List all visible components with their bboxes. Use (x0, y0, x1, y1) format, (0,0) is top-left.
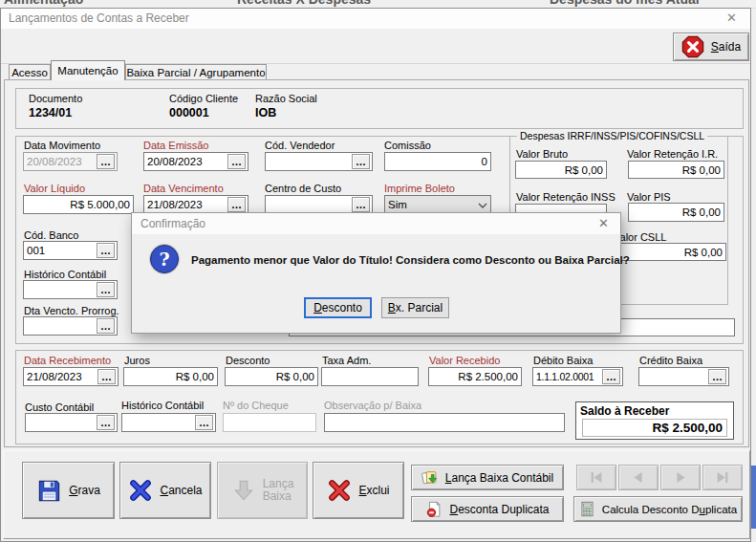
imprime-boleto-label: Imprime Boleto (384, 183, 455, 194)
titlebar: Lançamentos de Contas a Receber ✕ (1, 9, 750, 29)
dialog-message: Pagamento menor que Valor do Título! Con… (191, 254, 630, 266)
debito-baixa-lookup-button[interactable]: … (602, 369, 620, 384)
nav-first-button[interactable] (576, 465, 616, 490)
custo-contabil-lookup-button[interactable]: … (97, 415, 115, 430)
desconto-label: Desconto (226, 355, 270, 366)
observacao-baixa-field[interactable] (324, 413, 565, 432)
nav-next-button[interactable] (660, 465, 701, 490)
documento-label: Documento (29, 93, 82, 104)
credito-baixa-field[interactable]: … (638, 367, 729, 386)
debito-baixa-label: Débito Baixa (533, 355, 593, 366)
bx-parcial-button[interactable]: Bx. Parcial (381, 297, 449, 318)
valor-retencao-inss-label: Valor Retenção INSS (516, 191, 616, 203)
debito-baixa-field[interactable]: 1.1.1.02.0001 … (532, 367, 623, 386)
centro-custo-lookup-button[interactable]: … (352, 197, 370, 212)
window-title: Lançamentos de Contas a Receber (9, 11, 189, 25)
first-record-icon (588, 471, 605, 484)
saldo-a-receber-value: R$ 2.500,00 (582, 419, 727, 437)
saida-button[interactable]: Saída (673, 33, 749, 61)
data-movimento-label: Data Movimento (24, 140, 100, 151)
dialog-title: Confirmação (140, 217, 205, 230)
dialog-close-icon[interactable]: ✕ (598, 216, 609, 230)
taxa-adm-label: Taxa Adm. (322, 355, 371, 366)
valor-recebido-label: Valor Recebido (429, 355, 500, 366)
valor-retencao-ir-field[interactable]: R$ 0,00 (628, 161, 724, 179)
custo-contabil-field[interactable]: … (25, 413, 118, 432)
doc-info-group (15, 88, 744, 129)
cod-vendedor-field[interactable]: … (265, 152, 373, 171)
tab-baixa-parcial-agrupamento[interactable]: Baixa Parcial / Agrupamento (125, 64, 267, 80)
valor-retencao-ir-label: Valor Retenção I.R. (627, 148, 718, 160)
taxa-adm-field[interactable] (321, 367, 419, 386)
background-text-center: Receitas X Despesas (237, 0, 371, 7)
despesas-group-title: Despesas IRRF/INSS/PIS/COFINS/CSLL (517, 130, 707, 141)
dialog-titlebar: Confirmação ✕ (132, 213, 620, 234)
previous-record-icon (630, 471, 647, 484)
cod-banco-field[interactable]: 001 … (23, 241, 118, 260)
data-vencimento-field[interactable]: 21/08/2023 … (143, 195, 248, 214)
custo-contabil-label: Custo Contábil (25, 401, 94, 413)
num-cheque-field[interactable] (223, 413, 316, 432)
historico-contabil-baixa-field[interactable]: … (121, 413, 216, 432)
comissao-field[interactable]: 0 (384, 152, 491, 171)
valor-liquido-label: Valor Líquido (24, 183, 85, 194)
exclui-button[interactable]: Exclui (313, 462, 404, 519)
tab-acesso[interactable]: Acesso (9, 64, 51, 80)
credito-baixa-lookup-button[interactable]: … (708, 369, 726, 384)
data-recebimento-picker-button[interactable]: … (97, 369, 116, 384)
data-vencimento-picker-button[interactable]: … (227, 197, 246, 212)
dta-vencto-prorrog-field[interactable]: … (23, 316, 118, 336)
data-emissao-label: Data Emissão (143, 140, 208, 151)
lanca-baixa-contabil-button[interactable]: Lança Baixa Contábil (411, 465, 564, 490)
historico-contabil-lookup-button[interactable]: … (97, 282, 115, 297)
saldo-a-receber-panel: Saldo à Receber R$ 2.500,00 (575, 401, 734, 440)
valor-pis-label: Valor PIS (627, 191, 671, 203)
desconta-duplicata-button[interactable]: Desconta Duplicata (411, 496, 564, 522)
data-vencimento-label: Data Vencimento (143, 183, 224, 194)
screen: Alimentação Receitas X Despesas Despesas… (0, 0, 756, 542)
data-movimento-field[interactable]: 20/08/2023 … (23, 152, 118, 171)
dta-vencto-prorrog-picker-button[interactable]: … (97, 318, 115, 334)
background-text-left: Alimentação (4, 0, 83, 7)
chevron-down-icon (478, 199, 487, 210)
centro-custo-field[interactable]: … (265, 195, 373, 214)
comissao-label: Comissão (384, 140, 431, 151)
num-cheque-label: Nº do Cheque (223, 400, 289, 411)
juros-field[interactable]: R$ 0,00 (123, 367, 218, 386)
sheets-down-arrow-icon (421, 469, 439, 487)
data-movimento-picker-button[interactable]: … (97, 154, 115, 169)
historico-contabil-label: Histórico Contábil (24, 269, 106, 280)
data-recebimento-label: Data Recebimento (24, 355, 111, 366)
stop-x-icon (681, 35, 704, 58)
top-toolbar: Saída (1, 29, 750, 64)
valor-liquido-field[interactable]: R$ 5.000,00 (23, 195, 134, 214)
historico-contabil-baixa-lookup-button[interactable]: … (195, 415, 213, 430)
cancela-button[interactable]: Cancela (119, 462, 211, 519)
nav-previous-button[interactable] (618, 465, 659, 490)
data-emissao-picker-button[interactable]: … (227, 154, 246, 169)
data-emissao-field[interactable]: 20/08/2023 … (143, 152, 248, 171)
desconto-field[interactable]: R$ 0,00 (225, 367, 318, 386)
imprime-boleto-select[interactable]: Sim (384, 195, 491, 214)
question-mark-icon: ? (148, 243, 181, 279)
juros-label: Juros (124, 355, 150, 366)
cod-banco-lookup-button[interactable]: … (97, 243, 115, 258)
credito-baixa-label: Crédito Baixa (639, 355, 702, 366)
window-close-icon[interactable]: ✕ (726, 11, 737, 25)
calcula-desconto-duplicata-button[interactable]: Calcula Desconto Duplicata (573, 496, 743, 522)
valor-pis-field[interactable]: R$ 0,00 (628, 203, 724, 222)
cod-banco-label: Cód. Banco (24, 229, 78, 241)
historico-contabil-field[interactable]: … (23, 280, 118, 299)
cod-vendedor-lookup-button[interactable]: … (352, 154, 370, 169)
data-recebimento-field[interactable]: 21/08/2023 … (23, 367, 119, 386)
next-record-icon (672, 471, 689, 484)
valor-recebido-field[interactable]: R$ 2.500,00 (428, 367, 522, 386)
valor-bruto-field[interactable]: R$ 0,00 (515, 161, 607, 179)
observacao-baixa-label: Observação p/ Baixa (324, 400, 421, 411)
lanca-baixa-button[interactable]: LançaBaixa (217, 462, 308, 519)
desconto-button[interactable]: Desconto (304, 297, 372, 318)
tab-manutencao[interactable]: Manutenção (51, 60, 125, 80)
nav-last-button[interactable] (702, 465, 743, 490)
grava-button[interactable]: Grava (22, 462, 115, 519)
saldo-a-receber-label: Saldo à Receber (580, 404, 669, 418)
